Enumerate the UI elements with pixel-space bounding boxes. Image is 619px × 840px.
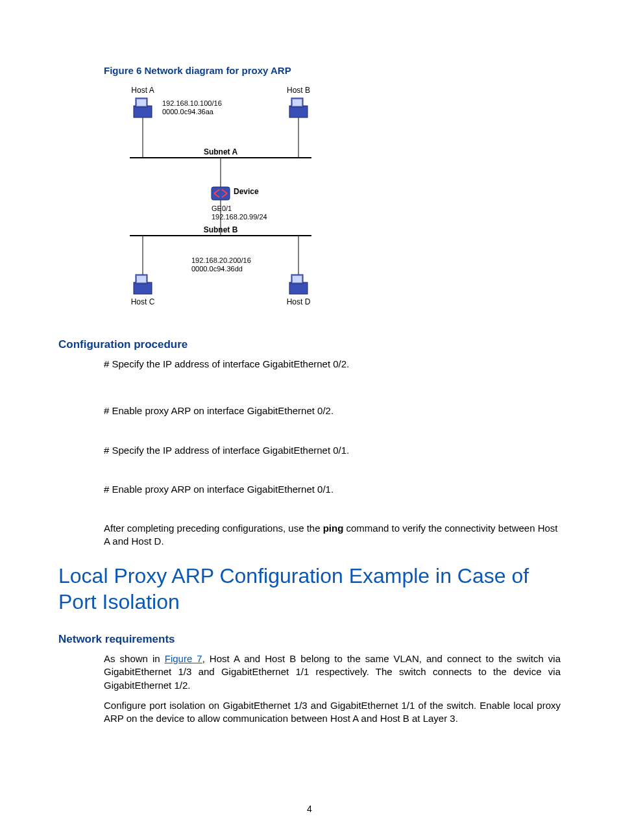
host-c-label: Host C — [131, 297, 155, 306]
netreq-p1: As shown in Figure 7, Host A and Host B … — [104, 652, 561, 693]
host-a-mac: 0000.0c94.36aa — [162, 108, 214, 116]
svg-rect-11 — [289, 106, 308, 117]
device-ip: 192.168.20.99/24 — [212, 213, 267, 221]
conf-step-2: # Enable proxy ARP on interface GigabitE… — [104, 404, 561, 417]
netreq-p1-pre: As shown in — [104, 653, 165, 664]
subnet-a-label: Subnet A — [204, 147, 238, 156]
subnet-b-label: Subnet B — [204, 225, 238, 234]
host-d-ip: 192.168.20.200/16 — [191, 256, 251, 264]
conf-step-4: # Enable proxy ARP on interface GigabitE… — [104, 483, 561, 496]
svg-rect-10 — [137, 99, 146, 106]
device-icon — [212, 187, 230, 200]
host-d-label: Host D — [287, 297, 311, 306]
figure-7-link[interactable]: Figure 7 — [165, 653, 202, 664]
figure-caption: Figure 6 Network diagram for proxy ARP — [104, 65, 561, 76]
host-c-icon — [134, 275, 152, 294]
host-a-label: Host A — [131, 86, 154, 95]
section-title: Local Proxy ARP Configuration Example in… — [58, 563, 561, 615]
device-if: GE0/1 — [212, 204, 232, 212]
host-b-icon — [289, 98, 308, 117]
svg-rect-8 — [134, 106, 152, 117]
host-a-ip: 192.168.10.100/16 — [162, 99, 222, 107]
page: Figure 6 Network diagram for proxy ARP — [0, 0, 619, 840]
svg-rect-16 — [137, 276, 146, 282]
svg-rect-13 — [293, 99, 302, 106]
host-d-icon — [289, 275, 308, 294]
host-d-mac: 0000.0c94.36dd — [191, 265, 243, 273]
host-b-label: Host B — [287, 86, 310, 95]
netreq-p2: Configure port isolation on GigabitEther… — [104, 699, 561, 726]
configuration-procedure-heading: Configuration procedure — [58, 338, 561, 351]
conf-final-pre: After completing preceding configuration… — [104, 523, 323, 534]
host-a-icon — [134, 98, 152, 117]
page-number: 4 — [0, 804, 619, 814]
ping-command: ping — [323, 523, 344, 534]
device-label: Device — [234, 187, 259, 196]
svg-rect-14 — [134, 282, 152, 294]
network-diagram: Host A Host B 192.168.10.100/16 0000.0c9… — [117, 80, 324, 320]
conf-step-1: # Specify the IP address of interface Gi… — [104, 358, 561, 371]
network-requirements-heading: Network requirements — [58, 633, 561, 646]
svg-rect-19 — [293, 276, 302, 282]
svg-rect-17 — [289, 282, 308, 294]
conf-step-3: # Specify the IP address of interface Gi… — [104, 444, 561, 457]
conf-final: After completing preceding configuration… — [104, 522, 561, 549]
